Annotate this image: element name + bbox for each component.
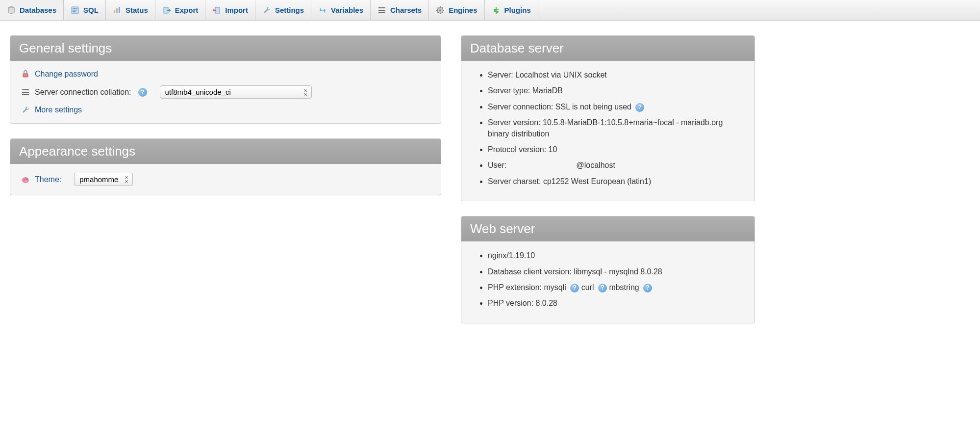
nav-label: Status [126, 6, 148, 14]
theme-label[interactable]: Theme: [35, 175, 61, 184]
list-item: Server connection: SSL is not being used… [488, 102, 744, 112]
nav-label: Databases [20, 6, 56, 14]
list-item: Server: Localhost via UNIX socket [488, 70, 744, 80]
nav-label: SQL [83, 6, 99, 14]
svg-rect-12 [378, 7, 385, 8]
nav-engines[interactable]: Engines [429, 0, 484, 20]
main-content: General settings Change password Server … [0, 21, 980, 353]
list-item: PHP version: 8.0.28 [488, 298, 744, 309]
palette-icon [21, 175, 30, 184]
list-item: Protocol version: 10 [488, 144, 744, 155]
settings-icon [262, 6, 271, 15]
help-icon[interactable]: ? [643, 284, 652, 292]
nav-label: Charsets [390, 6, 422, 14]
svg-rect-18 [22, 89, 29, 90]
nav-import[interactable]: Import [205, 0, 255, 20]
web-server-info-list: nginx/1.19.10 Database client version: l… [472, 250, 744, 309]
top-navigation: DatabasesSQLStatusExportImportSettingsVa… [0, 0, 980, 21]
collation-label: Server connection collation: [35, 88, 131, 97]
svg-rect-2 [73, 8, 77, 9]
export-icon [162, 6, 171, 15]
svg-point-16 [439, 9, 441, 11]
list-item: Server type: MariaDB [488, 85, 744, 96]
svg-point-11 [324, 9, 326, 11]
svg-rect-17 [23, 74, 28, 77]
more-settings-link[interactable]: More settings [35, 106, 82, 114]
svg-rect-20 [22, 94, 29, 95]
variables-icon [318, 6, 327, 15]
help-icon[interactable]: ? [635, 103, 644, 112]
nav-label: Plugins [504, 6, 531, 14]
database-server-panel: Database server Server: Localhost via UN… [461, 35, 755, 201]
nav-status[interactable]: Status [106, 0, 155, 20]
nav-databases[interactable]: Databases [0, 0, 64, 20]
panel-title: Appearance settings [10, 139, 441, 164]
nav-label: Engines [449, 6, 477, 14]
list-item: User: @localhost [488, 160, 744, 171]
collation-select[interactable]: utf8mb4_unicode_ci [160, 85, 312, 99]
svg-rect-6 [116, 8, 118, 13]
nav-label: Export [175, 6, 199, 14]
list-item: nginx/1.19.10 [488, 250, 744, 261]
svg-point-22 [24, 178, 25, 180]
svg-rect-4 [73, 11, 75, 12]
help-icon[interactable]: ? [598, 284, 607, 292]
list-item: PHP extension: mysqli ? curl ? mbstring … [488, 282, 744, 293]
help-icon[interactable]: ? [570, 284, 579, 292]
nav-plugins[interactable]: Plugins [485, 0, 538, 20]
nav-settings[interactable]: Settings [255, 0, 311, 20]
nav-export[interactable]: Export [155, 0, 206, 20]
general-settings-panel: General settings Change password Server … [10, 35, 441, 124]
list-item: Server version: 10.5.8-MariaDB-1:10.5.8+… [488, 117, 744, 139]
help-icon[interactable]: ? [138, 88, 147, 97]
nav-variables[interactable]: Variables [311, 0, 371, 20]
nav-charsets[interactable]: Charsets [371, 0, 429, 20]
list-item: Server charset: cp1252 West European (la… [488, 176, 744, 187]
db-server-info-list: Server: Localhost via UNIX socketServer … [472, 70, 744, 187]
nav-label: Variables [331, 6, 363, 14]
panel-title: Database server [461, 36, 754, 61]
collation-icon [21, 88, 30, 97]
list-item: Database client version: libmysql - mysq… [488, 266, 744, 277]
sql-icon [71, 6, 79, 15]
svg-rect-13 [378, 10, 385, 11]
panel-title: Web server [461, 216, 754, 241]
svg-point-25 [26, 180, 27, 182]
php-extension: mysqli [544, 283, 566, 292]
change-password-link[interactable]: Change password [35, 70, 98, 79]
plugins-icon [492, 6, 501, 15]
wrench-icon [21, 106, 30, 114]
database-icon [7, 6, 16, 15]
svg-rect-3 [73, 10, 76, 11]
svg-point-24 [26, 178, 28, 180]
svg-rect-14 [378, 12, 385, 13]
lock-icon [21, 70, 30, 79]
panel-title: General settings [10, 36, 441, 61]
svg-rect-19 [22, 92, 29, 93]
svg-point-23 [25, 177, 26, 179]
nav-sql[interactable]: SQL [64, 0, 106, 20]
nav-label: Import [225, 6, 248, 14]
theme-select[interactable]: pmahomme [74, 173, 133, 186]
svg-point-10 [320, 9, 322, 11]
svg-rect-7 [119, 7, 120, 13]
engines-icon [436, 6, 445, 15]
php-extension: curl [581, 283, 594, 292]
php-extension: mbstring [609, 283, 639, 292]
import-icon [212, 6, 221, 15]
svg-rect-5 [114, 10, 115, 13]
nav-label: Settings [275, 6, 304, 14]
appearance-settings-panel: Appearance settings Theme: pmahomme [10, 138, 441, 195]
status-icon [113, 6, 122, 15]
charsets-icon [377, 6, 386, 15]
web-server-panel: Web server nginx/1.19.10 Database client… [461, 216, 755, 323]
